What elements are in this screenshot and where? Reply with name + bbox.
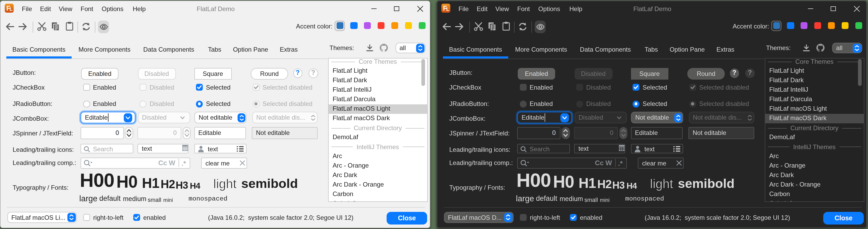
svg-text:L: L: [446, 7, 449, 12]
svg-text:L: L: [9, 7, 12, 12]
